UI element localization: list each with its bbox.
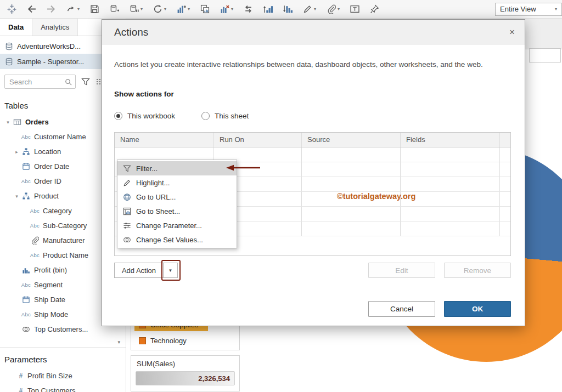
add-action-menu: Filter... Highlight... Go to URL... Go t… xyxy=(117,160,237,248)
funnel-icon[interactable] xyxy=(81,77,90,86)
add-datasource-button[interactable] xyxy=(107,3,122,15)
sliders-icon xyxy=(123,221,131,230)
sales-legend-card: SUM(Sales) 2,326,534 xyxy=(131,355,240,391)
parameter-row[interactable]: # Top Customers xyxy=(0,383,126,392)
scope-option[interactable]: This sheet xyxy=(201,112,249,120)
sales-value: 2,326,534 xyxy=(198,374,230,383)
add-datasource-icon xyxy=(110,4,119,14)
caret-down-icon: ▾ xyxy=(164,7,166,12)
menu-item[interactable]: Change Set Values... xyxy=(117,232,237,247)
caret-down-icon: ▾ xyxy=(338,7,340,12)
table-icon xyxy=(12,118,23,127)
abc-icon: Abc xyxy=(20,310,32,319)
scope-option[interactable]: This workbook xyxy=(114,112,175,120)
cancel-button[interactable]: Cancel xyxy=(368,301,435,317)
sort-descending-icon xyxy=(283,4,293,14)
histogram-icon xyxy=(20,266,32,275)
menu-item[interactable]: Go to URL... xyxy=(117,190,237,204)
highlighter-icon xyxy=(303,4,312,14)
ok-button[interactable]: OK xyxy=(444,301,511,317)
new-worksheet-button[interactable]: ▾ xyxy=(174,3,193,15)
set-icon xyxy=(20,325,32,334)
radio-icon[interactable] xyxy=(201,112,210,120)
refresh-datasource-button[interactable]: ▾ xyxy=(150,3,169,15)
tableau-logo-button[interactable] xyxy=(4,3,19,15)
pin-icon xyxy=(370,4,379,14)
pin-button[interactable] xyxy=(367,3,382,15)
text-box-button[interactable] xyxy=(347,3,362,15)
database-icon xyxy=(5,58,13,66)
refresh-datasource-icon xyxy=(153,4,162,14)
sales-card-title: SUM(Sales) xyxy=(131,356,239,371)
dialog-header: Actions × xyxy=(102,20,525,45)
funnel-icon xyxy=(123,164,131,173)
close-icon[interactable]: × xyxy=(509,27,515,38)
duplicate-sheet-icon xyxy=(200,4,210,14)
expander-icon[interactable]: ▾ xyxy=(4,120,12,125)
scrollbar-down-icon[interactable]: ▾ xyxy=(117,339,120,345)
highlighter-button[interactable]: ▾ xyxy=(300,3,319,15)
back-arrow-button[interactable] xyxy=(24,3,39,15)
abc-icon: Abc xyxy=(29,207,41,215)
database-icon xyxy=(5,42,13,50)
hash-icon: # xyxy=(16,372,25,380)
parameters-section: Parameters # Profit Bin Size # Top Custo… xyxy=(0,348,126,392)
column-header-source[interactable]: Source xyxy=(302,133,401,147)
calendar-icon xyxy=(20,162,32,171)
abc-icon: Abc xyxy=(20,281,32,289)
caret-down-icon: ▾ xyxy=(188,7,190,12)
parameter-row[interactable]: # Profit Bin Size xyxy=(0,368,126,383)
caret-down-icon: ▾ xyxy=(77,7,80,12)
remove-button[interactable]: Remove xyxy=(444,263,511,278)
clear-sheet-button[interactable]: ▾ xyxy=(217,3,236,15)
hierarchy-icon xyxy=(20,192,32,201)
sort-descending-button[interactable] xyxy=(280,3,295,15)
edit-button[interactable]: Edit xyxy=(368,263,435,278)
sales-gradient-bar[interactable]: 2,326,534 xyxy=(136,371,235,385)
column-header-filler xyxy=(500,133,510,147)
fit-view-select[interactable]: Entire View ▾ xyxy=(495,3,562,16)
fit-view-value: Entire View xyxy=(500,5,536,13)
save-button[interactable] xyxy=(87,3,102,15)
show-actions-for-label: Show actions for xyxy=(114,90,174,98)
parameters-heading: Parameters xyxy=(0,348,126,368)
caret-down-icon: ▾ xyxy=(314,7,316,12)
menu-item[interactable]: Go to Sheet... xyxy=(117,204,237,218)
sidebar-tab[interactable]: Data xyxy=(0,19,32,36)
redo-arrow-button[interactable]: ▾ xyxy=(64,3,82,15)
add-action-button[interactable]: Add Action xyxy=(114,263,164,278)
column-header-name[interactable]: Name xyxy=(115,133,214,147)
swap-axes-button[interactable] xyxy=(241,3,256,15)
menu-item[interactable]: Highlight... xyxy=(117,175,237,190)
paperclip-icon xyxy=(29,236,41,245)
radio-icon[interactable] xyxy=(114,112,122,120)
column-header-run-on[interactable]: Run On xyxy=(214,133,302,147)
clear-sheet-icon xyxy=(220,4,229,14)
hierarchy-icon xyxy=(20,147,32,156)
tableau-logo-icon xyxy=(7,4,16,14)
duplicate-sheet-button[interactable] xyxy=(198,3,212,15)
swap-axes-icon xyxy=(244,4,253,14)
menu-item[interactable]: Change Parameter... xyxy=(117,218,237,232)
search-icon xyxy=(64,78,72,86)
sort-ascending-icon xyxy=(263,4,273,14)
legend-item[interactable]: Technology xyxy=(131,333,239,349)
dialog-description: Actions let you create interactive relat… xyxy=(114,59,508,70)
menu-item[interactable]: Filter... xyxy=(117,161,237,175)
save-icon xyxy=(90,4,99,14)
search-box[interactable] xyxy=(4,75,76,89)
forward-arrow-button[interactable] xyxy=(44,3,59,15)
expander-icon[interactable]: ▾ xyxy=(13,194,20,199)
scope-options: This workbook This sheet xyxy=(114,112,275,120)
paperclip-button[interactable]: ▾ xyxy=(324,3,342,15)
redo-arrow-icon xyxy=(66,4,76,14)
add-action-dropdown-button[interactable]: ▼ xyxy=(164,263,178,278)
paperclip-icon xyxy=(327,4,336,14)
sidebar-tab[interactable]: Analytics xyxy=(32,19,78,36)
pause-datasource-button[interactable]: ▾ xyxy=(127,3,145,15)
abc-icon: Abc xyxy=(20,177,32,186)
column-header-fields[interactable]: Fields xyxy=(401,133,500,147)
caret-down-icon: ▾ xyxy=(555,7,557,12)
sort-ascending-button[interactable] xyxy=(261,3,276,15)
expander-icon[interactable]: ▸ xyxy=(13,149,20,155)
